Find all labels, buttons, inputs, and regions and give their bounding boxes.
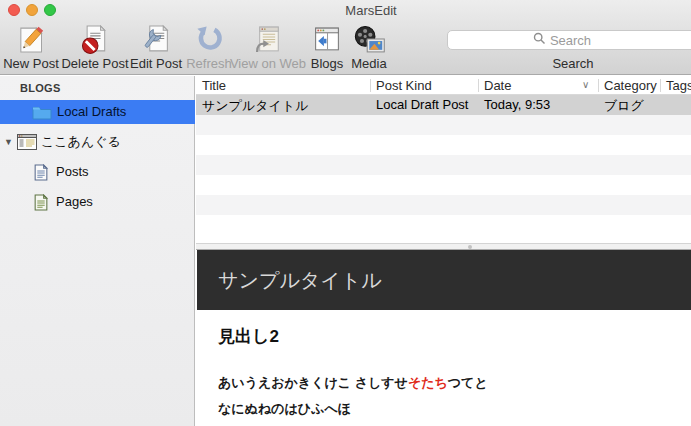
column-header-category[interactable]: Category [604,78,657,93]
view-on-web-icon [251,24,285,55]
paragraph-red-text: そたち [408,375,448,390]
table-header: Title Post Kind Date ∨ Category Tags [196,76,691,95]
preview-post-title: サンプルタイトル [218,250,382,310]
sidebar-item-label: Pages [56,194,93,210]
media-button[interactable]: Media [351,24,386,71]
sidebar-item-local-drafts[interactable]: Local Drafts [0,100,195,124]
folder-icon [32,104,52,124]
search-icon [533,31,546,49]
blog-site-icon [17,134,37,154]
table-row-selected[interactable]: サンプルタイトル Local Draft Post Today, 9:53 ブロ… [196,95,691,115]
delete-post-button[interactable]: Delete Post [61,24,128,71]
sidebar-item-label: ここあんぐる [41,134,121,150]
preview-body: 見出し2 あいうえおかきくけこ さしすせそたちつてと なにぬねのはひふへほ [197,310,691,426]
sidebar-item-label: Posts [56,164,89,180]
column-header-date[interactable]: Date [484,78,511,93]
sidebar-item-label: Local Drafts [57,104,126,120]
posts-document-icon [33,164,49,185]
blogs-button[interactable]: Blogs [310,24,344,71]
new-post-button[interactable]: New Post [3,24,59,71]
preview-header: サンプルタイトル [197,250,691,310]
close-window-button[interactable] [8,4,20,16]
sort-indicator-icon[interactable]: ∨ [582,79,589,90]
search-input[interactable]: Search [447,30,691,50]
edit-post-button[interactable]: Edit Post [130,24,182,71]
refresh-button: Refresh [186,24,232,71]
preview-paragraph-1: あいうえおかきくけこ さしすせそたちつてと [218,374,488,392]
new-post-icon [14,24,48,55]
sidebar-item-pages[interactable]: Pages [0,190,195,214]
sidebar-section-header: BLOGS [20,82,61,94]
media-icon [352,24,386,55]
main-pane: Title Post Kind Date ∨ Category Tags サンプ… [196,76,691,426]
paragraph-text: つてと [448,375,488,390]
view-on-web-button: View on Web [230,24,306,71]
cell-date: Today, 9:53 [484,97,550,112]
column-divider[interactable] [370,79,371,92]
refresh-icon [192,24,226,55]
marsedit-window: MarsEdit New Post [0,0,691,426]
media-label: Media [351,56,386,71]
view-on-web-label: View on Web [230,56,306,71]
disclosure-triangle-icon[interactable]: ▼ [4,137,13,147]
refresh-label: Refresh [186,56,232,71]
sidebar-item-posts[interactable]: Posts [0,160,195,184]
minimize-window-button[interactable] [26,4,38,16]
blogs-sidebar: BLOGS Local Drafts ▼ ここあ [0,76,195,426]
empty-rows-stripes [196,115,691,235]
column-header-title[interactable]: Title [202,78,226,93]
search-placeholder: Search [550,33,591,48]
cell-post-kind: Local Draft Post [376,97,469,112]
blogs-label: Blogs [311,56,344,71]
search-toolbar-label: Search [552,56,593,71]
delete-post-label: Delete Post [61,56,128,71]
pages-document-icon [33,194,49,215]
column-divider[interactable] [660,79,661,92]
window-header: MarsEdit New Post [0,0,691,75]
delete-post-icon [78,24,112,55]
window-title: MarsEdit [345,3,396,18]
cell-title: サンプルタイトル [202,97,308,115]
column-divider[interactable] [478,79,479,92]
splitter-handle-icon [468,245,472,249]
paragraph-text: あいうえおかきくけこ さしすせ [218,375,408,390]
pane-splitter[interactable] [196,243,691,250]
edit-post-label: Edit Post [130,56,182,71]
preview-heading: 見出し2 [218,325,279,348]
column-header-post-kind[interactable]: Post Kind [376,78,432,93]
cell-category: ブログ [604,97,644,115]
new-post-label: New Post [3,56,59,71]
edit-post-icon [139,24,173,55]
column-header-tags[interactable]: Tags [666,78,691,93]
preview-paragraph-2: なにぬねのはひふへほ [218,400,351,418]
zoom-window-button[interactable] [44,4,56,16]
column-divider[interactable] [598,79,599,92]
sidebar-item-blog[interactable]: ▼ ここあんぐる [0,130,195,154]
blogs-icon [310,24,344,55]
